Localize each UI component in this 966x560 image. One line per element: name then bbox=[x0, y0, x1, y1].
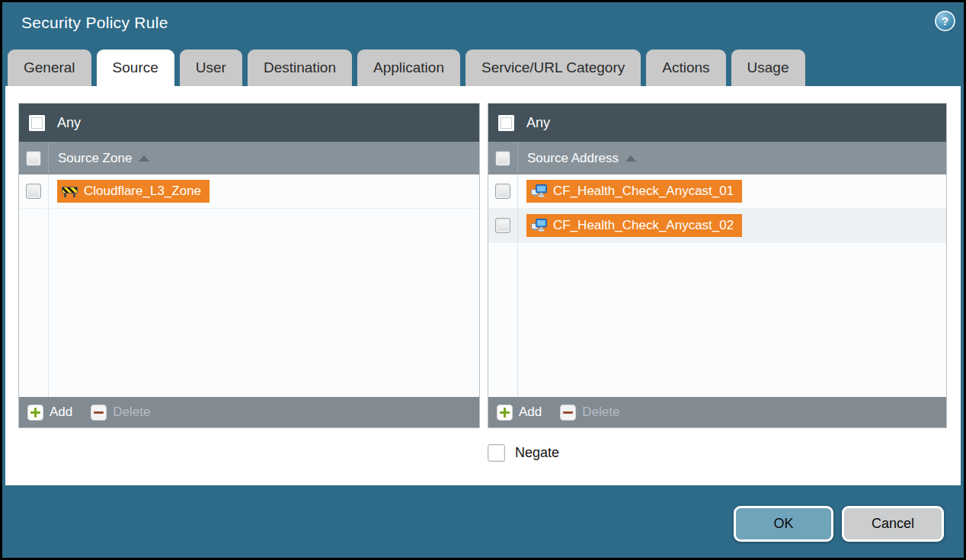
tab-user[interactable]: User bbox=[180, 50, 242, 86]
address-name: CF_Health_Check_Anycast_01 bbox=[553, 184, 734, 199]
cancel-button[interactable]: Cancel bbox=[842, 506, 944, 542]
negate-control: Negate bbox=[488, 444, 559, 462]
row-checkbox[interactable] bbox=[495, 184, 510, 199]
minus-icon bbox=[91, 405, 107, 421]
address-any-checkbox[interactable] bbox=[498, 115, 514, 131]
delete-button[interactable]: Delete bbox=[91, 405, 150, 421]
address-any-header: Any bbox=[488, 104, 946, 142]
tab-bar: General Source User Destination Applicat… bbox=[8, 50, 805, 86]
add-button[interactable]: Add bbox=[497, 405, 542, 421]
tab-service-url-category[interactable]: Service/URL Category bbox=[465, 50, 641, 86]
zone-select-all-checkbox[interactable] bbox=[26, 151, 41, 166]
add-label: Add bbox=[50, 405, 72, 420]
negate-label: Negate bbox=[515, 445, 559, 461]
address-icon bbox=[531, 219, 547, 232]
zone-toolbar: Add Delete bbox=[19, 397, 479, 427]
tab-actions[interactable]: Actions bbox=[646, 50, 725, 86]
tab-general[interactable]: General bbox=[8, 50, 91, 86]
negate-checkbox[interactable] bbox=[488, 444, 505, 462]
zone-name: Cloudflare_L3_Zone bbox=[84, 184, 201, 199]
zone-column-title[interactable]: Source Zone bbox=[49, 151, 149, 166]
address-rows: CF_Health_Check_Anycast_01 bbox=[488, 174, 946, 397]
tab-source[interactable]: Source bbox=[97, 50, 174, 86]
zone-chip[interactable]: Cloudflare_L3_Zone bbox=[57, 180, 210, 203]
address-column-label: Source Address bbox=[527, 151, 619, 166]
sort-ascending-icon bbox=[139, 155, 149, 162]
address-any-label: Any bbox=[526, 115, 550, 131]
ok-button[interactable]: OK bbox=[734, 506, 833, 542]
delete-button[interactable]: Delete bbox=[560, 405, 619, 421]
delete-label: Delete bbox=[582, 405, 619, 420]
security-policy-rule-dialog: Security Policy Rule General Source User… bbox=[2, 2, 964, 558]
address-name: CF_Health_Check_Anycast_02 bbox=[553, 218, 734, 233]
source-tab-content: Any Source Zone Cloudfla bbox=[5, 86, 961, 485]
row-checkbox-cell bbox=[488, 218, 517, 233]
address-toolbar: Add Delete bbox=[488, 397, 946, 427]
address-icon bbox=[531, 184, 547, 198]
row-checkbox[interactable] bbox=[495, 218, 510, 233]
zone-rows: Cloudflare_L3_Zone bbox=[19, 174, 479, 397]
sort-ascending-icon bbox=[625, 155, 636, 162]
source-address-panel: Any Source Address bbox=[488, 103, 947, 428]
address-select-all-checkbox[interactable] bbox=[495, 151, 510, 166]
tab-application[interactable]: Application bbox=[357, 50, 460, 86]
plus-icon bbox=[27, 405, 43, 421]
row-checkbox-cell bbox=[488, 184, 517, 199]
dialog-title: Security Policy Rule bbox=[21, 14, 168, 32]
address-chip[interactable]: CF_Health_Check_Anycast_02 bbox=[526, 214, 742, 237]
add-label: Add bbox=[519, 405, 542, 420]
address-chip[interactable]: CF_Health_Check_Anycast_01 bbox=[526, 180, 742, 203]
table-row[interactable]: Cloudflare_L3_Zone bbox=[19, 174, 479, 209]
add-button[interactable]: Add bbox=[27, 405, 72, 421]
zone-icon bbox=[62, 185, 78, 197]
zone-column-header: Source Zone bbox=[19, 142, 479, 174]
minus-icon bbox=[560, 405, 576, 421]
delete-label: Delete bbox=[113, 405, 150, 420]
row-checkbox-cell bbox=[19, 184, 48, 199]
zone-any-label: Any bbox=[57, 115, 81, 131]
tab-usage[interactable]: Usage bbox=[731, 50, 805, 86]
plus-icon bbox=[497, 405, 513, 421]
row-checkbox[interactable] bbox=[26, 184, 41, 199]
zone-header-checkbox-cell bbox=[19, 142, 49, 174]
table-row[interactable]: CF_Health_Check_Anycast_02 bbox=[488, 209, 946, 243]
zone-any-checkbox[interactable] bbox=[29, 115, 45, 131]
help-icon[interactable] bbox=[935, 11, 955, 31]
address-column-header: Source Address bbox=[488, 142, 946, 174]
address-column-title[interactable]: Source Address bbox=[518, 151, 636, 166]
zone-any-header: Any bbox=[19, 104, 479, 142]
tab-destination[interactable]: Destination bbox=[248, 50, 352, 86]
zone-column-label: Source Zone bbox=[58, 151, 132, 166]
source-zone-panel: Any Source Zone Cloudfla bbox=[18, 103, 480, 428]
table-row[interactable]: CF_Health_Check_Anycast_01 bbox=[488, 174, 946, 209]
address-header-checkbox-cell bbox=[488, 142, 518, 174]
